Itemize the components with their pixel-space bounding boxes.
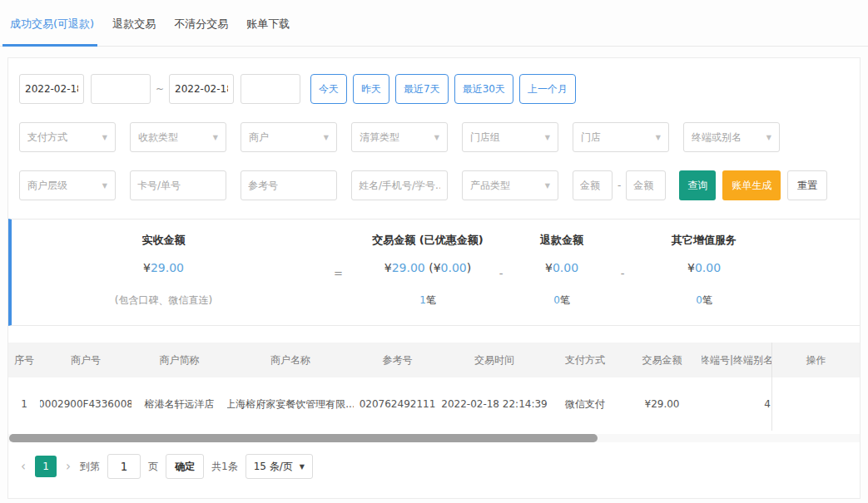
cell-amount: ¥29.00 [622, 377, 702, 431]
reset-button[interactable]: 重置 [787, 170, 827, 200]
summary-value: ¥29.00 (¥0.00) [384, 261, 471, 279]
date-range-separator: ~ [156, 83, 164, 95]
horizontal-scrollbar[interactable] [8, 434, 860, 442]
confirm-page-button[interactable]: 确定 [166, 454, 204, 479]
summary-label: 退款金额 [540, 233, 583, 248]
goto-page-input[interactable] [107, 454, 141, 479]
cell-action [771, 377, 860, 431]
count-number: 1 [419, 294, 426, 306]
quick-last7days-button[interactable]: 最近7天 [395, 74, 449, 104]
cell-merchant-no: 0002900F4336008 [40, 377, 131, 431]
quick-yesterday-button[interactable]: 昨天 [353, 74, 389, 104]
tab-refund-trades[interactable]: 退款交易 [111, 1, 157, 46]
minus-operator: - [494, 233, 508, 313]
select-filter-row: 支付方式 ▼ 收款类型 ▼ 商户 ▼ 清算类型 ▼ 门店组 ▼ 门店 ▼ 终端或… [19, 122, 860, 152]
currency-symbol: ¥ [384, 261, 392, 274]
reference-input[interactable] [241, 170, 337, 200]
cell-index: 1 [8, 377, 40, 431]
product-type-select-label: 产品类型 [470, 179, 510, 193]
cell-terminal: 4 [702, 377, 771, 431]
amount-number: 29.00 [392, 261, 425, 274]
chevron-down-icon: ▼ [545, 134, 550, 141]
quick-last30days-button[interactable]: 最近30天 [454, 74, 513, 104]
goto-page-label: 到第 [80, 460, 100, 474]
page-unit-label: 页 [148, 460, 158, 474]
chevron-down-icon: ▼ [102, 182, 107, 190]
next-page-icon[interactable]: › [64, 459, 72, 474]
amount-number: 0.00 [553, 261, 578, 274]
tab-bill-download[interactable]: 账单下载 [245, 1, 291, 46]
store-select-label: 门店 [581, 131, 601, 145]
discount-close: ) [467, 261, 471, 274]
header-amount: 交易金额 [622, 343, 702, 377]
amount-max-input[interactable] [626, 170, 666, 200]
store-select[interactable]: 门店 ▼ [573, 122, 669, 152]
merchant-select[interactable]: 商户 ▼ [241, 122, 337, 152]
tab-bar: 成功交易(可退款) 退款交易 不清分交易 账单下载 [0, 0, 868, 47]
count-unit: 笔 [702, 294, 712, 306]
payee-type-select[interactable]: 收款类型 ▼ [130, 122, 226, 152]
page-size-select[interactable]: 15 条/页 ▼ [246, 454, 313, 479]
transactions-table: 序号 商户号 商户简称 商户名称 参考号 交易时间 支付方式 交易金额 终端号|… [8, 343, 860, 431]
header-merchant-short-name: 商户简称 [131, 343, 227, 377]
end-date-input[interactable] [169, 74, 234, 104]
tab-success-trades[interactable]: 成功交易(可退款) [8, 1, 96, 46]
minus-operator: - [616, 233, 629, 313]
summary-note: (包含口碑、微信直连) [115, 293, 212, 308]
current-page-button[interactable]: 1 [35, 456, 57, 477]
terminal-alias-select-label: 终端或别名 [692, 131, 742, 145]
settlement-type-select[interactable]: 清算类型 ▼ [351, 122, 448, 152]
header-terminal: 终端号|终端别名 [702, 343, 771, 377]
summary-label: 实收金额 [142, 233, 186, 248]
summary-label: 其它增值服务 [672, 233, 737, 248]
main-panel: ~ 今天 昨天 最近7天 最近30天 上一个月 支付方式 ▼ 收款类型 ▼ 商户… [7, 57, 861, 499]
cell-reference-no: 020762492111 [354, 377, 441, 431]
search-button[interactable]: 查询 [679, 170, 716, 200]
amount-min-input[interactable] [573, 170, 613, 200]
summary-count: 0笔 [553, 293, 570, 308]
start-date-input[interactable] [19, 74, 84, 104]
date-filter-row: ~ 今天 昨天 最近7天 最近30天 上一个月 [19, 74, 860, 104]
input-filter-row: 商户层级 ▼ 产品类型 ▼ - 查询 账单生成 重置 [19, 170, 860, 200]
header-merchant-name: 商户名称 [227, 343, 354, 377]
count-number: 0 [553, 294, 560, 306]
summary-value-added-services: 其它增值服务 ¥0.00 0笔 [629, 233, 779, 313]
summary-value: ¥29.00 [143, 261, 184, 279]
summary-refund-amount: 退款金额 ¥0.00 0笔 [508, 233, 616, 313]
discount-open: (¥ [429, 261, 440, 274]
scrollbar-thumb[interactable] [9, 434, 598, 442]
quick-today-button[interactable]: 今天 [310, 74, 347, 104]
count-unit: 笔 [560, 294, 570, 306]
header-pay-method: 支付方式 [548, 343, 622, 377]
prev-page-icon[interactable]: ‹ [19, 459, 27, 474]
tab-unsettled-trades[interactable]: 不清分交易 [172, 1, 230, 46]
amount-range-dash: - [618, 180, 621, 191]
terminal-alias-select[interactable]: 终端或别名 ▼ [683, 122, 780, 152]
end-time-input[interactable] [241, 74, 300, 104]
count-unit: 笔 [426, 294, 436, 306]
pay-method-select[interactable]: 支付方式 ▼ [19, 122, 116, 152]
generate-bill-button[interactable]: 账单生成 [722, 170, 781, 200]
chevron-down-icon: ▼ [213, 134, 218, 141]
count-number: 0 [696, 294, 702, 306]
merchant-select-label: 商户 [249, 131, 269, 145]
summary-count: 0笔 [696, 293, 712, 308]
chevron-down-icon: ▼ [102, 134, 107, 141]
summary-trade-amount: 交易金额 (已优惠金额) ¥29.00 (¥0.00) 1笔 [361, 233, 494, 313]
currency-symbol: ¥ [545, 261, 553, 274]
summary-panel: 实收金额 ¥29.00 (包含口碑、微信直连) = 交易金额 (已优惠金额) ¥… [8, 219, 860, 326]
card-order-input[interactable] [130, 170, 226, 200]
start-time-input[interactable] [91, 74, 151, 104]
quick-lastmonth-button[interactable]: 上一个月 [519, 74, 576, 104]
chevron-down-icon: ▼ [434, 134, 439, 141]
product-type-select[interactable]: 产品类型 ▼ [462, 170, 558, 200]
table-row[interactable]: 1 0002900F4336008 榕港名轩远洋店 上海榕府家宴餐饮管理有限..… [8, 377, 860, 431]
merchant-level-select[interactable]: 商户层级 ▼ [19, 170, 116, 200]
currency-symbol: ¥ [687, 261, 695, 274]
header-reference-no: 参考号 [354, 343, 441, 377]
total-count-label: 共1条 [211, 460, 238, 474]
summary-value: ¥0.00 [545, 261, 578, 279]
name-phone-input[interactable] [351, 170, 448, 200]
store-group-select[interactable]: 门店组 ▼ [462, 122, 558, 152]
header-action: 操作 [771, 343, 860, 377]
